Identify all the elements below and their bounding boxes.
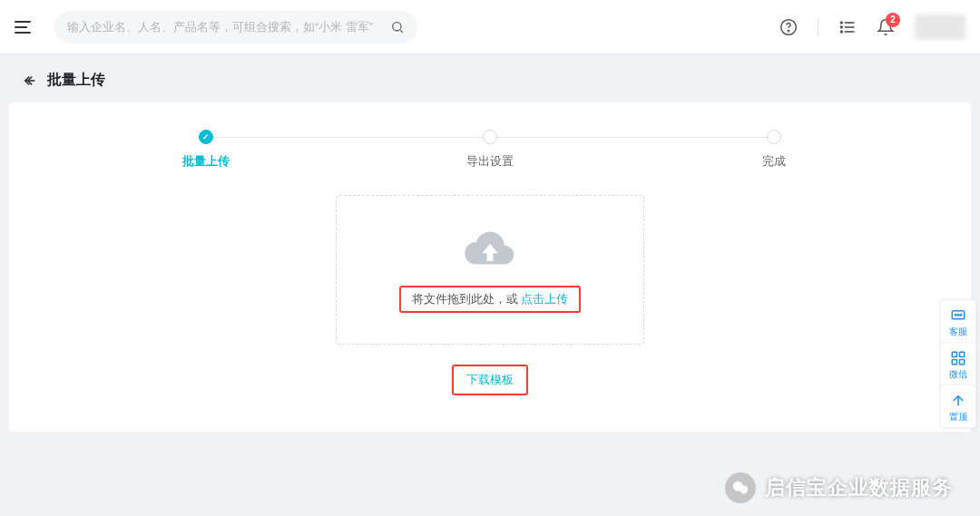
page-title-row: 批量上传: [0, 54, 980, 102]
step-label: 批量上传: [182, 153, 230, 170]
svg-rect-18: [960, 360, 965, 365]
upload-dropzone[interactable]: 将文件拖到此处，或 点击上传: [336, 195, 644, 345]
step-done[interactable]: 完成: [632, 130, 916, 170]
float-wechat[interactable]: 微信: [941, 343, 975, 385]
svg-point-13: [957, 315, 959, 316]
step-dot-icon: [199, 130, 213, 144]
step-export-settings[interactable]: 导出设置: [348, 130, 632, 170]
svg-rect-16: [960, 352, 965, 356]
wechat-logo-icon: [725, 472, 756, 503]
float-back-to-top[interactable]: 置顶: [941, 385, 975, 427]
watermark: 启信宝企业数据服务: [725, 472, 953, 503]
svg-point-21: [740, 485, 748, 493]
svg-point-7: [841, 22, 843, 24]
svg-rect-17: [952, 360, 956, 365]
svg-point-9: [841, 31, 843, 33]
back-arrow-icon[interactable]: [22, 73, 38, 89]
download-template-wrap: 下载模板: [64, 365, 916, 395]
cloud-upload-icon: [465, 228, 515, 273]
notification-bell-icon[interactable]: 2: [877, 18, 895, 36]
svg-point-12: [955, 315, 956, 316]
stepper: 批量上传 导出设置 完成: [64, 130, 916, 170]
svg-point-14: [960, 315, 962, 316]
search-icon[interactable]: [390, 20, 405, 34]
download-template-button[interactable]: 下载模板: [452, 365, 528, 395]
step-label: 导出设置: [466, 153, 514, 170]
float-label: 置顶: [949, 412, 967, 422]
upload-prefix: 将文件拖到此处，或: [412, 292, 522, 306]
svg-point-0: [393, 22, 401, 30]
help-icon[interactable]: [779, 18, 798, 36]
divider: [818, 18, 818, 36]
svg-rect-15: [952, 352, 956, 356]
main-card: 批量上传 导出设置 完成 将文件拖到此处，或 点击上传 下载模板: [9, 102, 971, 432]
user-avatar[interactable]: [915, 15, 965, 40]
search-bar[interactable]: [54, 11, 417, 44]
float-label: 微信: [949, 369, 967, 379]
upload-click-link[interactable]: 点击上传: [521, 292, 568, 306]
floating-sidebar: 客服 微信 置顶: [940, 299, 976, 428]
notification-badge: 2: [886, 13, 900, 27]
svg-point-3: [788, 30, 789, 31]
step-line: [490, 137, 774, 138]
step-dot-icon: [483, 130, 497, 144]
step-label: 完成: [762, 153, 786, 170]
svg-line-1: [400, 30, 403, 33]
header-right: 2: [779, 15, 965, 40]
step-line: [206, 137, 490, 138]
watermark-text: 启信宝企业数据服务: [765, 474, 953, 501]
step-upload[interactable]: 批量上传: [64, 130, 348, 170]
menu-toggle-icon[interactable]: [15, 16, 36, 38]
top-header: 2: [0, 0, 980, 54]
float-customer-service[interactable]: 客服: [941, 300, 975, 343]
svg-point-8: [841, 26, 843, 28]
step-dot-icon: [767, 130, 781, 144]
page-title: 批量上传: [47, 71, 105, 90]
search-input[interactable]: [67, 20, 390, 34]
float-label: 客服: [949, 326, 967, 336]
list-icon[interactable]: [838, 18, 857, 36]
upload-text: 将文件拖到此处，或 点击上传: [399, 286, 582, 313]
